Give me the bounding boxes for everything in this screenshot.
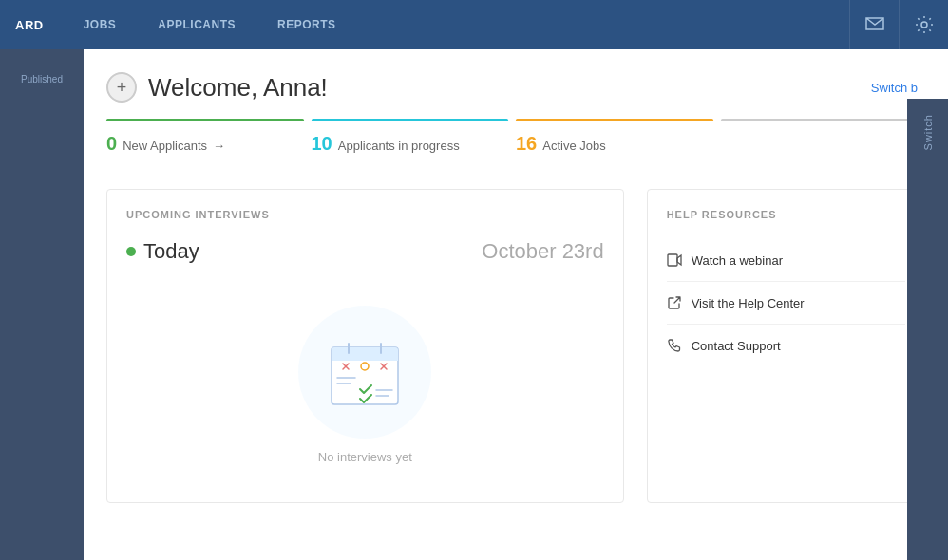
- stat-bar-active-jobs: [516, 119, 713, 121]
- stat-other: [721, 103, 926, 166]
- today-date: October 23rd: [482, 239, 603, 264]
- page-title: Welcome, Anna!: [148, 73, 328, 103]
- stat-number-new-applicants: 0: [106, 133, 117, 155]
- stat-arrow-new-applicants: →: [213, 139, 225, 153]
- stat-number-in-progress: 10: [312, 133, 332, 155]
- welcome-area: + Welcome, Anna!: [106, 72, 328, 103]
- right-panel: Switch: [907, 99, 948, 560]
- add-button[interactable]: +: [106, 72, 137, 103]
- layout: Published + Welcome, Anna! Switch b 0 Ne…: [0, 49, 948, 560]
- help-item-support[interactable]: Contact Support: [667, 325, 905, 366]
- stat-label-in-progress: Applicants in progress: [338, 139, 460, 153]
- video-icon: [667, 252, 682, 268]
- phone-icon: [667, 338, 682, 353]
- stat-new-applicants[interactable]: 0 New Applicants →: [106, 103, 312, 166]
- stat-active-jobs[interactable]: 16 Active Jobs: [516, 103, 721, 166]
- today-row: Today October 23rd: [126, 239, 604, 264]
- page-header: + Welcome, Anna! Switch b: [84, 49, 948, 103]
- help-item-webinar[interactable]: Watch a webinar: [667, 239, 905, 282]
- stat-bar-other: [721, 119, 919, 121]
- interviews-section: UPCOMING INTERVIEWS Today October 23rd: [106, 189, 624, 503]
- settings-icon-btn[interactable]: [899, 0, 948, 49]
- nav-brand: ARD: [15, 18, 63, 32]
- top-nav: ARD JOBS APPLICANTS REPORTS: [0, 0, 948, 49]
- help-webinar-label: Watch a webinar: [692, 253, 783, 268]
- sidebar: Published: [0, 49, 84, 560]
- calendar-wrapper: No interviews yet: [126, 287, 604, 483]
- stats-bar: 0 New Applicants → 10 Applicants in prog…: [84, 103, 948, 166]
- calendar-illustration: [322, 334, 408, 410]
- stat-content: 0 New Applicants →: [106, 133, 304, 155]
- messages-icon-btn[interactable]: [849, 0, 899, 49]
- interviews-section-title: UPCOMING INTERVIEWS: [126, 209, 604, 220]
- help-section-title: HELP RESOURCES: [667, 209, 905, 220]
- svg-rect-3: [332, 354, 398, 361]
- stat-content-jobs: 16 Active Jobs: [516, 133, 713, 155]
- stat-bar-new-applicants: [106, 119, 304, 121]
- support-label: Contact Support: [692, 339, 781, 353]
- help-section: HELP RESOURCES Watch a webinar Visit th: [647, 189, 925, 503]
- stat-label-active-jobs: Active Jobs: [542, 139, 605, 153]
- main-content: + Welcome, Anna! Switch b 0 New Applican…: [84, 49, 948, 560]
- help-center-label: Visit the Help Center: [692, 296, 805, 310]
- svg-rect-15: [668, 254, 677, 266]
- stat-in-progress[interactable]: 10 Applicants in progress: [312, 103, 517, 166]
- calendar-bg: [298, 306, 431, 439]
- switch-button[interactable]: Switch b: [871, 81, 918, 95]
- dashboard-body: UPCOMING INTERVIEWS Today October 23rd: [84, 166, 948, 526]
- nav-item-reports[interactable]: REPORTS: [256, 0, 357, 49]
- today-label-area: Today: [126, 239, 199, 264]
- switch-vertical-label[interactable]: Switch: [922, 114, 934, 150]
- nav-right: [849, 0, 948, 49]
- today-dot: [126, 247, 136, 256]
- external-link-icon: [667, 295, 682, 310]
- sidebar-item-published[interactable]: Published: [0, 59, 84, 96]
- stat-label-new-applicants: New Applicants: [123, 139, 207, 153]
- stat-number-active-jobs: 16: [516, 133, 537, 155]
- svg-point-0: [921, 22, 927, 28]
- stat-content-progress: 10 Applicants in progress: [312, 133, 509, 155]
- help-item-help-center[interactable]: Visit the Help Center: [667, 282, 905, 325]
- no-interviews-text: No interviews yet: [318, 450, 412, 464]
- nav-item-applicants[interactable]: APPLICANTS: [137, 0, 256, 49]
- today-text: Today: [143, 239, 199, 264]
- stat-bar-in-progress: [312, 119, 509, 121]
- nav-item-jobs[interactable]: JOBS: [63, 0, 138, 49]
